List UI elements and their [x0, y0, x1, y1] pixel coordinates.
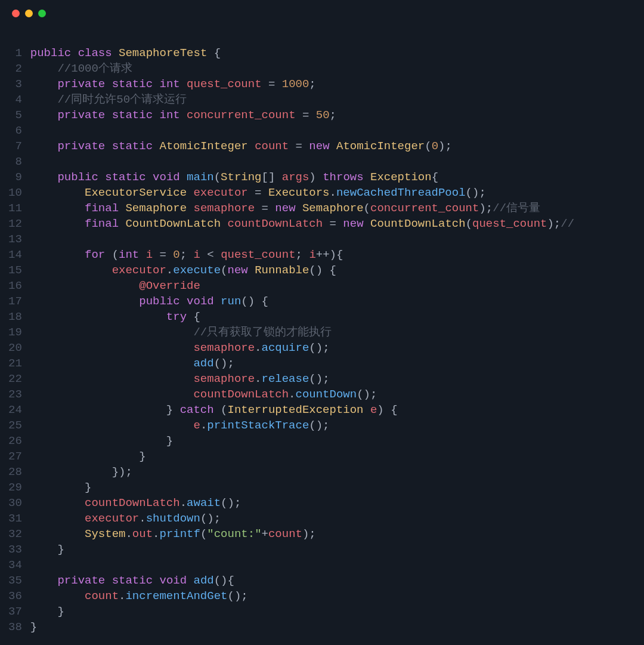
minimize-icon[interactable] [25, 10, 33, 17]
code-line: public void run() { [30, 294, 636, 309]
line-number: 16 [8, 278, 22, 294]
line-number: 26 [8, 433, 22, 449]
line-number: 34 [8, 557, 22, 573]
code-line [30, 154, 636, 169]
line-number: 25 [8, 418, 22, 433]
line-number: 29 [8, 480, 22, 495]
line-number: 8 [8, 154, 22, 169]
line-number: 3 [8, 76, 22, 92]
code-line: count.incrementAndGet(); [30, 588, 636, 604]
window-titlebar [0, 0, 644, 26]
line-number: 10 [8, 185, 22, 200]
code-line: countDownLatch.countDown(); [30, 387, 636, 402]
line-number: 38 [8, 619, 22, 635]
line-number: 14 [8, 247, 22, 263]
code-line [30, 232, 636, 247]
code-line: private static int concurrent_count = 50… [30, 107, 636, 123]
line-number: 13 [8, 232, 22, 247]
code-line: public class SemaphoreTest { [30, 45, 636, 61]
line-number: 4 [8, 92, 22, 107]
code-line: for (int i = 0; i < quest_count; i++){ [30, 247, 636, 263]
code-line: private static AtomicInteger count = new… [30, 138, 636, 154]
code-line: } [30, 542, 636, 557]
code-line: try { [30, 309, 636, 325]
line-number: 5 [8, 107, 22, 123]
line-number: 35 [8, 573, 22, 588]
code-line: } [30, 619, 636, 635]
line-number: 7 [8, 138, 22, 154]
line-number: 28 [8, 464, 22, 480]
code-editor: 1234567891011121314151617181920212223242… [0, 26, 644, 645]
line-number: 20 [8, 340, 22, 356]
line-number: 37 [8, 604, 22, 619]
line-number: 32 [8, 526, 22, 542]
line-number: 31 [8, 511, 22, 526]
line-number: 11 [8, 200, 22, 216]
code-line: }); [30, 464, 636, 480]
code-line: } [30, 480, 636, 495]
line-number: 33 [8, 542, 22, 557]
line-number: 27 [8, 449, 22, 464]
line-number: 17 [8, 294, 22, 309]
close-icon[interactable] [12, 10, 20, 17]
code-line [30, 123, 636, 138]
code-line: public static void main(String[] args) t… [30, 169, 636, 185]
zoom-icon[interactable] [38, 10, 46, 17]
code-line [30, 557, 636, 573]
code-line: private static void add(){ [30, 573, 636, 588]
code-line: semaphore.acquire(); [30, 340, 636, 356]
code-line: //1000个请求 [30, 61, 636, 76]
line-number: 36 [8, 588, 22, 604]
line-number: 6 [8, 123, 22, 138]
code-line: countDownLatch.await(); [30, 495, 636, 511]
code-line: private static int quest_count = 1000; [30, 76, 636, 92]
code-line: executor.shutdown(); [30, 511, 636, 526]
code-line: System.out.printf("count:"+count); [30, 526, 636, 542]
line-number: 21 [8, 356, 22, 371]
code-line: ExecutorService executor = Executors.new… [30, 185, 636, 200]
code-area[interactable]: public class SemaphoreTest { //1000个请求 p… [30, 45, 636, 635]
line-number: 15 [8, 263, 22, 278]
line-number: 9 [8, 169, 22, 185]
code-line: //只有获取了锁的才能执行 [30, 325, 636, 340]
line-number: 30 [8, 495, 22, 511]
line-number: 2 [8, 61, 22, 76]
code-line: //同时允许50个请求运行 [30, 92, 636, 107]
code-line: @Override [30, 278, 636, 294]
line-number: 22 [8, 371, 22, 387]
line-number: 18 [8, 309, 22, 325]
code-line: final Semaphore semaphore = new Semaphor… [30, 200, 636, 216]
code-line: e.printStackTrace(); [30, 418, 636, 433]
code-line: executor.execute(new Runnable() { [30, 263, 636, 278]
line-number-gutter: 1234567891011121314151617181920212223242… [8, 45, 30, 635]
line-number: 24 [8, 402, 22, 418]
line-number: 1 [8, 45, 22, 61]
code-line: } catch (InterruptedException e) { [30, 402, 636, 418]
code-line: final CountDownLatch countDownLatch = ne… [30, 216, 636, 232]
code-line: } [30, 433, 636, 449]
line-number: 19 [8, 325, 22, 340]
code-line: } [30, 604, 636, 619]
line-number: 23 [8, 387, 22, 402]
line-number: 12 [8, 216, 22, 232]
code-line: semaphore.release(); [30, 371, 636, 387]
code-line: } [30, 449, 636, 464]
code-line: add(); [30, 356, 636, 371]
